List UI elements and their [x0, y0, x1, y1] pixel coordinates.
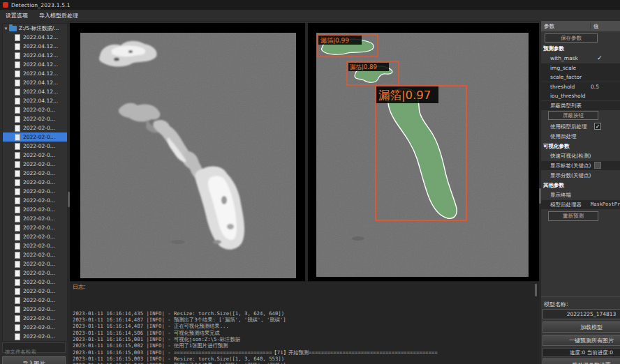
list-item[interactable]: 2022.04.12...: [3, 78, 67, 87]
file-icon: [15, 215, 20, 222]
list-item[interactable]: 2022-02-0...: [3, 287, 67, 296]
param-row-show-score[interactable]: 显示分数(关键点): [541, 171, 620, 180]
log-scrollbar[interactable]: [535, 284, 537, 296]
list-item[interactable]: 2022-02-0...: [3, 223, 67, 232]
param-row-use-post[interactable]: 使用后处理: [541, 132, 620, 141]
search-input[interactable]: [3, 347, 65, 356]
file-icon: [15, 270, 20, 277]
list-item[interactable]: 2022.04.12...: [3, 69, 67, 78]
list-item[interactable]: 2022-02-0...: [3, 332, 67, 341]
file-label: 2022.04.12...: [23, 61, 58, 68]
list-item[interactable]: 2022-02-0...: [3, 305, 67, 314]
param-row-show-label[interactable]: 显示标签(关键点): [541, 161, 620, 170]
model-name-label: 模型名称:: [544, 301, 568, 308]
tree-root[interactable]: ▾ Z:/5-标注数据/...: [3, 24, 67, 33]
checkbox-checked-icon[interactable]: ✓: [594, 123, 601, 130]
file-icon: [15, 61, 20, 68]
repredict-button[interactable]: 重新预测: [548, 211, 598, 221]
list-item[interactable]: 2022.04.12...: [3, 51, 67, 60]
menu-item[interactable]: 导入模型后处理: [34, 12, 84, 20]
file-label: 2022-02-0...: [23, 261, 55, 267]
list-item[interactable]: 2022-02-0...: [3, 314, 67, 323]
folder-icon: [9, 26, 17, 31]
file-label: 2022-02-0...: [23, 197, 55, 204]
file-label: 2022-02-0...: [23, 152, 55, 158]
prediction-image-viewer[interactable]: 漏箔|0.99 漏箔|0.89 漏箔|0.97: [308, 23, 539, 281]
list-item[interactable]: 2022-02-0...: [3, 142, 67, 151]
list-item[interactable]: 2022-02-0...: [3, 323, 67, 332]
file-icon: [15, 324, 20, 331]
param-row-iou-threshold[interactable]: iou_threshold: [541, 91, 620, 100]
file-icon: [15, 116, 20, 123]
list-item[interactable]: 2022.04.12...: [3, 33, 67, 42]
list-item[interactable]: 2022.04.12...: [3, 87, 67, 96]
list-item[interactable]: 2022-02-0...: [3, 196, 67, 205]
predict-all-button[interactable]: 一键预测所有图片: [542, 335, 620, 346]
file-tree[interactable]: ▾ Z:/5-标注数据/... 2022.04.12... 2022.04.12…: [2, 23, 68, 342]
list-item[interactable]: 2022-02-0...: [3, 178, 67, 187]
list-item[interactable]: 2022-02-0...: [3, 268, 67, 278]
file-icon: [15, 152, 20, 159]
param-row-scale-factor[interactable]: scale_factor: [541, 73, 620, 82]
import-image-button[interactable]: 导入图片: [2, 356, 66, 364]
file-label: 2022-02-0...: [23, 279, 55, 285]
file-icon: [15, 79, 20, 86]
log-line: 2023-01-11 16:16:15,003 |INFO| - Resize:…: [73, 356, 532, 362]
chevron-down-icon[interactable]: ▾: [3, 26, 9, 31]
log-line: 2023-01-11 16:16:14,506 |INFO| - 可视化预测结果…: [73, 330, 532, 336]
log-line: 2023-01-11 16:16:14,487 |INFO| - 预测出了3个结…: [73, 317, 532, 323]
file-icon: [15, 315, 20, 322]
list-item[interactable]: 2022-02-0...: [3, 123, 67, 132]
param-row-threshold[interactable]: threshold 0.5: [541, 82, 620, 91]
file-label: 2022-02-0...: [23, 188, 55, 195]
file-label: 2022-02-0...: [23, 143, 55, 149]
file-label: 2022.04.12...: [23, 52, 58, 59]
list-item[interactable]: 2022-02-0...: [3, 278, 67, 287]
list-item[interactable]: 2022-02-0...: [3, 160, 67, 169]
list-item[interactable]: 2022-02-0...: [3, 151, 67, 160]
file-label: 2022-02-0...: [23, 116, 55, 122]
model-name-field[interactable]: 20221225_174813: [542, 309, 620, 319]
file-label: 2022-02-0...: [23, 243, 55, 249]
param-row-use-model-post[interactable]: 使用模型后处理 ✓: [541, 122, 620, 131]
list-item[interactable]: 2022-02-0...: [3, 132, 67, 142]
post-settings-button[interactable]: 后处理参数设置: [542, 358, 620, 364]
list-item[interactable]: 2022.04.12...: [3, 42, 67, 51]
log-line: 2023-01-11 16:16:14,435 |INFO| - Resize:…: [73, 310, 532, 317]
list-item[interactable]: 2022-02-0...: [3, 105, 67, 114]
list-item[interactable]: 2022-02-0...: [3, 114, 67, 123]
file-icon: [15, 43, 20, 50]
checkbox-empty-icon[interactable]: [594, 162, 601, 169]
param-row-with-mask[interactable]: with_mask ✓: [541, 54, 620, 63]
list-item[interactable]: 2022-02-0...: [3, 214, 67, 223]
list-item[interactable]: 2022-02-0...: [3, 169, 67, 178]
list-item[interactable]: 2022-02-0...: [3, 259, 67, 268]
post-processor-value[interactable]: MaskPostPro: [591, 200, 620, 209]
file-icon: [15, 179, 20, 186]
list-item[interactable]: 2022-02-0...: [3, 241, 67, 250]
load-model-button[interactable]: 加载模型: [542, 321, 620, 333]
file-icon: [15, 206, 20, 213]
threshold-value[interactable]: 0.5: [591, 82, 599, 91]
mask-button[interactable]: 屏蔽按钮: [548, 111, 598, 120]
file-label: 2022-02-0...: [23, 161, 55, 167]
list-item[interactable]: 2022-02-0...: [3, 232, 67, 241]
save-params-button[interactable]: 保存参数: [545, 33, 598, 43]
list-item[interactable]: 2022.04.12...: [3, 60, 67, 69]
menu-item[interactable]: 设置选项: [0, 12, 34, 20]
check-icon[interactable]: ✓: [597, 54, 603, 63]
list-item[interactable]: 2022-02-0...: [3, 205, 67, 214]
file-icon: [15, 52, 20, 59]
list-item[interactable]: 2022.04.12...: [3, 96, 67, 105]
list-item[interactable]: 2022-02-0...: [3, 250, 67, 259]
param-row-mask-type-list[interactable]: 屏蔽类型列表: [541, 101, 620, 110]
param-row-post-processor[interactable]: 模型后处理器 MaskPostPro: [541, 200, 620, 209]
file-icon: [15, 252, 20, 259]
file-label: 2022-02-0...: [23, 288, 55, 294]
list-item[interactable]: 2022-02-0...: [3, 187, 67, 196]
original-image-viewer[interactable]: [70, 23, 305, 281]
list-item[interactable]: 2022-02-0...: [3, 296, 67, 305]
param-row-img-scale[interactable]: img_scale: [541, 63, 620, 73]
param-row-fast-vis[interactable]: 快速可视化(检测): [541, 151, 620, 160]
param-row-show-terminal[interactable]: 显示终端: [541, 190, 620, 199]
